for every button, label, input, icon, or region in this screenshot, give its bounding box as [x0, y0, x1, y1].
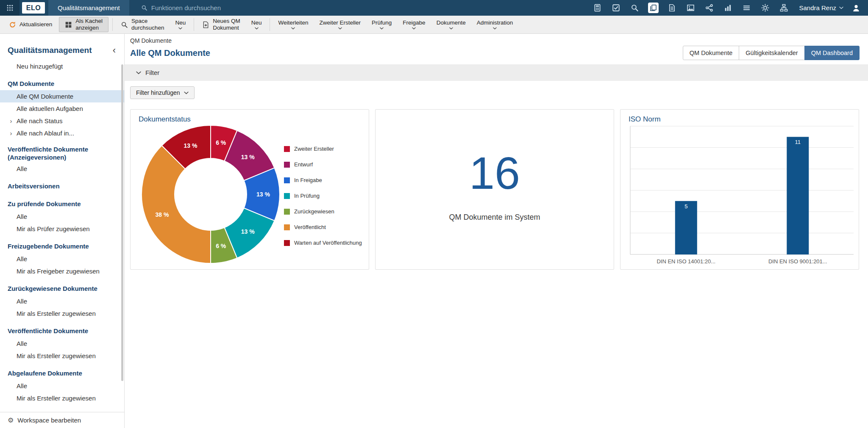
view-button-qm-dokumente[interactable]: QM Dokumente [683, 46, 740, 60]
gear-icon: ⚙ [8, 416, 14, 424]
orgchart-button[interactable] [774, 0, 793, 16]
card-qm-count: 16 QM Dokumente im System [375, 109, 614, 270]
sidebar-item-label: Mir als Ersteller zugewiesen [17, 395, 96, 402]
add-filter-label: Filter hinzufügen [136, 89, 180, 96]
documents-button[interactable] [644, 0, 662, 16]
sidebar-item-alle-qm-dokumente[interactable]: Alle QM Dokumente [0, 90, 124, 102]
legend-item-veroeffentlicht: Veröffentlicht [284, 219, 362, 235]
workflow-button[interactable] [700, 0, 718, 16]
toolbar-button-label: Neu [251, 19, 262, 26]
sidebar-item-zurueckgewiesene-dokumente[interactable]: Zurückgewiesene Dokumente [0, 283, 124, 295]
tab-qualitaetsmanagement[interactable]: Qualitätsmanagement [48, 0, 129, 16]
sidebar-item-label: Zurückgewiesene Dokumente [8, 285, 97, 293]
book-button[interactable] [662, 0, 681, 16]
sidebar-item-alle[interactable]: Alle [0, 210, 124, 223]
active-icon-background [648, 3, 659, 13]
user-menu[interactable]: Sandra Renz [799, 4, 843, 11]
toolbar-button-pruefung[interactable]: Prüfung [366, 16, 397, 33]
toolbar-button-label: Freigabe [403, 19, 425, 26]
app-launcher-button[interactable] [0, 0, 19, 16]
sidebar-item-mir-als-ersteller-zugewiesen[interactable]: Mir als Ersteller zugewiesen [0, 307, 124, 320]
filter-toggle[interactable]: Filter [125, 64, 868, 81]
sidebar-item-veroeffentlichte-dokumente-anzeigeversionen[interactable]: Veröffentlichte Dokumente (Anzeigeversio… [0, 145, 124, 163]
toolbar-button-neu[interactable]: Neu [170, 16, 191, 33]
view-button-qm-dashboard[interactable]: QM Dashboard [804, 46, 860, 60]
legend-label: Warten auf Veröffentlichung [294, 240, 362, 246]
toolbar-button-dokumente[interactable]: Dokumente [431, 16, 471, 33]
sidebar-item-alle[interactable]: Alle [0, 163, 124, 175]
sidebar-item-freizugebende-dokumente[interactable]: Freizugebende Dokumente [0, 240, 124, 253]
sidebar-item-alle[interactable]: Alle [0, 380, 124, 392]
sidebar-item-mir-als-freigeber-zugewiesen[interactable]: Mir als Freigeber zugewiesen [0, 265, 124, 277]
sidebar-item-alle[interactable]: Alle [0, 337, 124, 350]
sidebar-item-alle-nach-status[interactable]: ›Alle nach Status [0, 115, 124, 127]
sidebar-item-label: Alle [17, 298, 27, 305]
brightness-button[interactable] [756, 0, 774, 16]
image-button[interactable] [681, 0, 700, 16]
toolbar-button-administration[interactable]: Administration [471, 16, 519, 33]
card-iso-norm: ISO Norm 5DIN EN ISO 14001:20...11DIN EN… [620, 109, 859, 270]
breadcrumb[interactable]: QM Dokumente [125, 34, 172, 44]
sidebar-item-abgelaufene-dokumente[interactable]: Abgelaufene Dokumente [0, 367, 124, 380]
image-icon [687, 4, 695, 12]
profile-button[interactable] [848, 0, 865, 16]
sidebar-item-mir-als-ersteller-zugewiesen[interactable]: Mir als Ersteller zugewiesen [0, 350, 124, 362]
menu-button[interactable] [737, 0, 756, 16]
sidebar-nav: Neu hinzugefügtQM DokumenteAlle QM Dokum… [0, 58, 124, 412]
legend-swatch [284, 177, 290, 183]
add-filter-button[interactable]: Filter hinzufügen [130, 86, 195, 99]
legend-swatch [284, 209, 290, 215]
orgchart-icon [780, 4, 788, 12]
search-button[interactable] [625, 0, 644, 16]
chevron-down-icon [136, 71, 141, 75]
toolbar-button-aktualisieren[interactable]: Aktualisieren [3, 16, 58, 33]
toolbar-button-als-kachel-anzeigen[interactable]: Als Kachelanzeigen [59, 17, 108, 32]
bar-category-label: DIN EN ISO 9001:201... [768, 258, 827, 265]
sidebar-item-mir-als-ersteller-zugewiesen[interactable]: Mir als Ersteller zugewiesen [0, 392, 124, 404]
bar-din-en-iso-9001-201[interactable] [787, 137, 809, 254]
content: Qualitätsmanagement ‹ Neu hinzugefügtQM … [0, 34, 868, 428]
calculator-icon [593, 4, 601, 12]
sidebar-item-veroeffentlichte-dokumente[interactable]: Veröffentlichte Dokumente [0, 325, 124, 337]
sidebar-item-zu-pruefende-dokumente[interactable]: Zu prüfende Dokumente [0, 198, 124, 210]
sidebar-item-alle-aktuellen-aufgaben[interactable]: Alle aktuellen Aufgaben [0, 102, 124, 115]
sidebar-item-label: Alle [17, 340, 27, 347]
sidebar-item-alle[interactable]: Alle [0, 295, 124, 307]
toolbar-button-weiterleiten[interactable]: Weiterleiten [273, 16, 314, 33]
sidebar: Qualitätsmanagement ‹ Neu hinzugefügtQM … [0, 34, 125, 428]
workspace-edit-button[interactable]: ⚙ Workspace bearbeiten [0, 412, 124, 428]
user-name: Sandra Renz [799, 4, 836, 11]
toolbar-button-space-durchsuchen[interactable]: Spacedurchsuchen [115, 16, 170, 33]
sidebar-item-qm-dokumente[interactable]: QM Dokumente [0, 78, 124, 90]
legend-item-zweiter-ersteller: Zweiter Ersteller [284, 141, 362, 157]
legend-item-in-freigabe: In Freigabe [284, 172, 362, 188]
toolbar: AktualisierenAls KachelanzeigenSpacedurc… [0, 16, 868, 34]
sidebar-item-label: Abgelaufene Dokumente [8, 370, 82, 378]
calculator-button[interactable] [588, 0, 606, 16]
toolbar-button-zweiter-ersteller[interactable]: Zweiter Ersteller [314, 16, 367, 33]
filter-add-row: Filter hinzufügen [125, 81, 868, 99]
toolbar-button-neu-2[interactable]: Neu [246, 16, 267, 33]
toolbar-button-label: Weiterleiten [278, 19, 308, 26]
toolbar-button-freigabe[interactable]: Freigabe [397, 16, 431, 33]
sidebar-item-alle-nach-ablauf-in[interactable]: ›Alle nach Ablauf in... [0, 127, 124, 139]
sidebar-item-neu-hinzugefuegt[interactable]: Neu hinzugefügt [0, 60, 124, 72]
toolbar-button-neues-qm-dokument[interactable]: Neues QMDokument [197, 16, 246, 33]
chart-button[interactable] [718, 0, 737, 16]
function-search-input[interactable]: Funktionen durchsuchen [141, 4, 221, 11]
tasks-button[interactable] [606, 0, 625, 16]
sidebar-item-alle[interactable]: Alle [0, 253, 124, 265]
sidebar-item-mir-als-pruefer-zugewiesen[interactable]: Mir als Prüfer zugewiesen [0, 223, 124, 235]
donut-percent-label: 6 % [216, 243, 226, 249]
sidebar-collapse-button[interactable]: ‹ [110, 46, 118, 55]
chevron-down-icon [178, 27, 182, 30]
sidebar-item-label: Alle nach Status [17, 117, 62, 124]
view-button-gueltigkeitskalender[interactable]: Gültigkeitskalender [739, 46, 804, 60]
sidebar-scrollbar[interactable] [121, 64, 123, 381]
sidebar-item-arbeitsversionen[interactable]: Arbeitsversionen [0, 180, 124, 193]
legend-label: Zurückgewiesen [294, 208, 334, 215]
kpi-value: 16 [469, 150, 520, 196]
toolbar-button-label: Prüfung [372, 19, 392, 26]
sidebar-header: Qualitätsmanagement ‹ [0, 34, 124, 58]
donut-segment-veroeffentlicht[interactable] [142, 146, 211, 263]
